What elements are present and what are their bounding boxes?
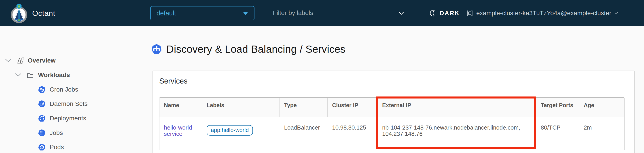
sidebar-item-overview[interactable]: Overview xyxy=(5,54,56,67)
cluster-icon xyxy=(466,10,473,16)
cell-target-ports: 80/TCP xyxy=(536,117,579,150)
column-header-name: Name xyxy=(160,98,202,117)
table-row: hello-world-service app:hello-world Load… xyxy=(160,117,624,150)
sidebar-item-label: Daemon Sets xyxy=(50,100,88,107)
sidebar-item-jobs[interactable]: Jobs xyxy=(38,127,63,139)
chevron-down-icon[interactable] xyxy=(5,58,12,63)
cell-type: LoadBalancer xyxy=(280,117,328,150)
cluster-context-menu[interactable]: example-cluster-ka3TuTzYo4a@example-clus… xyxy=(466,0,618,26)
label-badge: app:hello-world xyxy=(206,125,253,136)
services-card: Services Name Labels Type Cluster IP Ext… xyxy=(152,71,634,153)
sidebar-item-label: Deployments xyxy=(50,115,86,122)
octant-logo-icon xyxy=(10,2,28,24)
column-header-target-ports: Target Ports xyxy=(536,98,579,117)
pod-icon xyxy=(38,144,46,151)
column-header-external-ip: External IP xyxy=(378,98,536,117)
sidebar-item-pods[interactable]: Pods xyxy=(38,141,64,153)
namespace-value: default xyxy=(156,9,176,17)
theme-toggle[interactable]: DARK xyxy=(429,0,460,26)
cluster-context-label: example-cluster-ka3TuTzYo4a@example-clus… xyxy=(476,9,611,17)
daemonset-icon xyxy=(38,100,46,108)
cell-labels: app:hello-world xyxy=(202,117,280,150)
page-title: Discovery & Load Balancing / Services xyxy=(166,43,346,55)
services-table: Name Labels Type Cluster IP External IP … xyxy=(159,97,624,150)
sidebar-item-label: Workloads xyxy=(38,71,70,79)
objects-icon xyxy=(16,56,25,65)
page-header: Discovery & Load Balancing / Services xyxy=(151,43,346,55)
column-header-cluster-ip: Cluster IP xyxy=(328,98,378,117)
namespace-selector[interactable]: default xyxy=(150,6,254,20)
sidebar-item-label: Pods xyxy=(50,144,64,151)
folder-icon xyxy=(26,71,34,79)
cell-age: 2m xyxy=(579,117,624,150)
sidebar-item-deployments[interactable]: Deployments xyxy=(38,112,86,125)
cell-cluster-ip: 10.98.30.125 xyxy=(328,117,378,150)
service-name-link[interactable]: hello-world-service xyxy=(164,124,198,137)
chevron-down-icon[interactable] xyxy=(399,12,404,15)
sidebar-item-label: Jobs xyxy=(50,129,63,137)
sidebar-item-daemon-sets[interactable]: Daemon Sets xyxy=(38,98,88,110)
label-filter-placeholder: Filter by labels xyxy=(273,9,313,16)
table-header-row: Name Labels Type Cluster IP External IP … xyxy=(160,98,624,117)
column-header-labels: Labels xyxy=(202,98,280,117)
chevron-down-icon xyxy=(614,12,618,14)
sidebar-item-cron-jobs[interactable]: Cron Jobs xyxy=(38,83,78,96)
moon-icon xyxy=(429,9,436,17)
sidebar-item-label: Overview xyxy=(28,57,56,64)
service-icon xyxy=(151,44,162,54)
cell-external-ip: nb-104-237-148-76.newark.nodebalancer.li… xyxy=(378,117,536,150)
column-header-type: Type xyxy=(280,98,328,117)
sidebar-item-label: Cron Jobs xyxy=(50,86,78,93)
caret-down-icon xyxy=(243,12,248,15)
app-header: Octant default Filter by labels DARK exa… xyxy=(0,0,644,26)
column-header-age: Age xyxy=(579,98,624,117)
job-icon xyxy=(38,129,46,137)
cell-name: hello-world-service xyxy=(160,117,202,150)
sidebar: Overview Workloads Cron Jobs Daemon Sets xyxy=(0,26,140,153)
app-title: Octant xyxy=(32,9,55,18)
brand: Octant xyxy=(10,0,55,26)
sidebar-item-workloads[interactable]: Workloads xyxy=(15,69,70,81)
theme-toggle-label: DARK xyxy=(440,10,460,17)
chevron-down-icon[interactable] xyxy=(15,73,22,77)
cronjob-icon xyxy=(38,86,46,93)
card-title: Services xyxy=(159,77,188,85)
label-filter-input[interactable]: Filter by labels xyxy=(270,7,406,18)
deployment-icon xyxy=(38,115,46,122)
